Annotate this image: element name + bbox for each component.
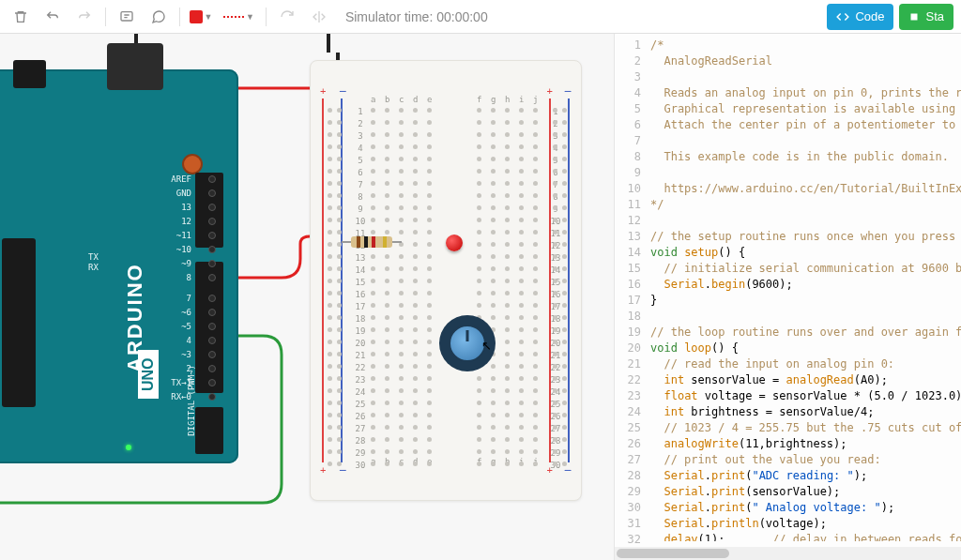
tie-point[interactable] — [385, 449, 389, 454]
tie-point[interactable] — [427, 388, 432, 393]
rail-point[interactable] — [337, 413, 342, 417]
tie-point[interactable] — [491, 388, 496, 393]
rail-point[interactable] — [562, 401, 567, 405]
tie-point[interactable] — [385, 181, 389, 186]
rail-point[interactable] — [562, 291, 567, 295]
tie-point[interactable] — [427, 193, 432, 198]
tie-point[interactable] — [413, 376, 418, 381]
tie-point[interactable] — [491, 132, 496, 137]
rail-point[interactable] — [328, 254, 332, 259]
tie-point[interactable] — [477, 425, 481, 430]
tie-point[interactable] — [477, 449, 481, 454]
tie-point[interactable] — [413, 218, 418, 222]
tie-point[interactable] — [413, 425, 418, 430]
tie-point[interactable] — [533, 279, 538, 283]
tie-point[interactable] — [385, 279, 389, 283]
rail-point[interactable] — [328, 230, 332, 235]
start-simulation-button[interactable]: Sta — [899, 4, 953, 30]
rail-point[interactable] — [328, 340, 332, 344]
rail-point[interactable] — [328, 462, 332, 466]
tie-point[interactable] — [505, 413, 510, 417]
tie-point[interactable] — [505, 376, 510, 381]
tie-point[interactable] — [371, 413, 375, 417]
tie-point[interactable] — [399, 340, 404, 344]
rail-point[interactable] — [337, 303, 342, 308]
tie-point[interactable] — [427, 425, 432, 430]
trash-icon[interactable] — [8, 4, 34, 30]
rail-point[interactable] — [337, 376, 342, 381]
tie-point[interactable] — [505, 327, 510, 332]
pin-hole[interactable] — [208, 351, 216, 358]
rail-point[interactable] — [553, 181, 557, 186]
tie-point[interactable] — [519, 254, 524, 259]
tie-point[interactable] — [427, 401, 432, 405]
rail-point[interactable] — [328, 157, 332, 161]
rail-point[interactable] — [562, 364, 567, 369]
tie-point[interactable] — [413, 157, 418, 161]
tie-point[interactable] — [491, 230, 496, 235]
tie-point[interactable] — [491, 218, 496, 222]
tie-point[interactable] — [385, 352, 389, 356]
tie-point[interactable] — [385, 340, 389, 344]
tie-point[interactable] — [505, 205, 510, 210]
tie-point[interactable] — [385, 388, 389, 393]
tie-point[interactable] — [427, 120, 432, 125]
tie-point[interactable] — [413, 291, 418, 295]
tie-point[interactable] — [413, 279, 418, 283]
tie-point[interactable] — [413, 108, 418, 113]
tie-point[interactable] — [491, 144, 496, 149]
rail-point[interactable] — [562, 230, 567, 235]
tie-point[interactable] — [427, 157, 432, 161]
rail-point[interactable] — [337, 120, 342, 125]
tie-point[interactable] — [399, 327, 404, 332]
rail-point[interactable] — [562, 181, 567, 186]
rail-point[interactable] — [562, 266, 567, 271]
tie-point[interactable] — [533, 291, 538, 295]
tie-point[interactable] — [413, 449, 418, 454]
tie-point[interactable] — [399, 108, 404, 113]
tie-point[interactable] — [491, 279, 496, 283]
tie-point[interactable] — [399, 291, 404, 295]
rail-point[interactable] — [328, 205, 332, 210]
tie-point[interactable] — [399, 144, 404, 149]
rail-point[interactable] — [328, 242, 332, 247]
tie-point[interactable] — [533, 144, 538, 149]
tie-point[interactable] — [385, 108, 389, 113]
tie-point[interactable] — [491, 449, 496, 454]
tie-point[interactable] — [519, 340, 524, 344]
rail-point[interactable] — [337, 315, 342, 320]
rail-point[interactable] — [337, 437, 342, 442]
redo-icon[interactable] — [71, 4, 98, 30]
tie-point[interactable] — [491, 462, 496, 466]
rail-point[interactable] — [337, 266, 342, 271]
tie-point[interactable] — [519, 462, 524, 466]
pin-hole[interactable] — [208, 379, 216, 386]
tie-point[interactable] — [399, 449, 404, 454]
tie-point[interactable] — [427, 279, 432, 283]
tie-point[interactable] — [427, 340, 432, 344]
rail-point[interactable] — [553, 315, 557, 320]
tie-point[interactable] — [371, 254, 375, 259]
tie-point[interactable] — [385, 132, 389, 137]
tie-point[interactable] — [533, 388, 538, 393]
rail-point[interactable] — [562, 340, 567, 344]
tie-point[interactable] — [371, 120, 375, 125]
tie-point[interactable] — [371, 144, 375, 149]
tie-point[interactable] — [519, 425, 524, 430]
tie-point[interactable] — [371, 364, 375, 369]
pin-hole[interactable] — [208, 189, 216, 197]
tie-point[interactable] — [505, 388, 510, 393]
rail-point[interactable] — [553, 144, 557, 149]
tie-point[interactable] — [533, 352, 538, 356]
rail-point[interactable] — [337, 352, 342, 356]
tie-point[interactable] — [399, 352, 404, 356]
tie-point[interactable] — [413, 169, 418, 174]
tie-point[interactable] — [533, 193, 538, 198]
tie-point[interactable] — [399, 181, 404, 186]
rail-point[interactable] — [553, 157, 557, 161]
tie-point[interactable] — [371, 266, 375, 271]
rail-point[interactable] — [328, 120, 332, 125]
rail-point[interactable] — [328, 401, 332, 405]
tie-point[interactable] — [477, 218, 481, 222]
tie-point[interactable] — [519, 388, 524, 393]
